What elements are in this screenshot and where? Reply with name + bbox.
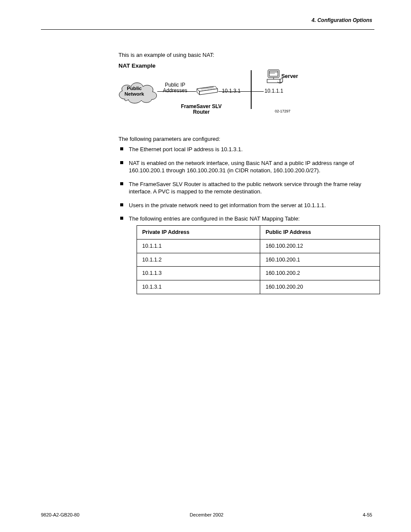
list-item-text: The following entries are configured in … — [129, 215, 300, 222]
table-row: 10.1.1.1 160.100.200.12 — [137, 239, 380, 253]
table-cell: 160.100.200.1 — [260, 253, 380, 267]
list-item: Users in the private network need to get… — [120, 202, 370, 215]
svg-rect-6 — [269, 71, 278, 76]
table-row: 10.1.3.1 160.100.200.20 — [137, 280, 380, 294]
intro-text: This is an example of using basic NAT: — [118, 52, 370, 58]
public-ip-line2: Addresses — [163, 87, 187, 93]
cloud-label: Public Network — [125, 86, 144, 96]
table-header: Private IP Address — [137, 225, 260, 239]
bullet-list: The Ethernet port local IP address is 10… — [118, 146, 370, 300]
table-row: 10.1.1.3 160.100.200.2 — [137, 267, 380, 280]
running-header-right: 4. Configuration Options — [311, 17, 372, 23]
after-diagram-text: The following parameters are configured: — [118, 136, 370, 142]
table-cell: 10.1.1.2 — [137, 253, 260, 267]
table-header: Public IP Address — [260, 225, 380, 239]
footer-center: December 2002 — [41, 512, 372, 517]
list-item-text: Users in the private network need to get… — [129, 202, 326, 208]
table-cell: 10.1.3.1 — [137, 280, 260, 294]
list-item-text: NAT is enabled on the network interface,… — [129, 160, 354, 174]
cloud-label-line2: Network — [125, 91, 144, 96]
list-item: The following entries are configured in … — [120, 215, 370, 300]
link-lan-server — [252, 91, 264, 92]
public-ip-label: Public IP Addresses — [163, 82, 187, 93]
page-footer: 9820-A2-GB20-80 December 2002 4-55 — [41, 512, 372, 517]
table-header-row: Private IP Address Public IP Address — [137, 225, 380, 239]
router-icon — [196, 86, 218, 96]
nat-mapping-table: Private IP Address Public IP Address 10.… — [137, 225, 380, 294]
header-rule — [41, 29, 374, 30]
table-cell: 10.1.1.3 — [137, 267, 260, 280]
list-item: NAT is enabled on the network interface,… — [120, 159, 370, 180]
list-item-text: The FrameSaver SLV Router is attached to… — [129, 181, 361, 195]
router-label: FrameSaver SLV Router — [181, 104, 222, 115]
diagram-title: NAT Example — [118, 62, 308, 69]
nat-diagram: NAT Example Public Network Public IP Add… — [118, 62, 308, 127]
public-ip-line1: Public IP — [165, 82, 185, 88]
list-item-text: The Ethernet port local IP address is 10… — [129, 146, 243, 152]
table-row: 10.1.1.2 160.100.200.1 — [137, 253, 380, 267]
server-ip-label: 10.1.1.1 — [265, 88, 283, 94]
ethernet-ip-label: 10.1.3.1 — [222, 88, 240, 94]
router-label-line2: Router — [193, 109, 210, 115]
list-item: The Ethernet port local IP address is 10… — [120, 146, 370, 159]
figure-id: 02-17297 — [275, 109, 290, 113]
list-item: The FrameSaver SLV Router is attached to… — [120, 180, 370, 202]
router-label-line1: FrameSaver SLV — [181, 103, 222, 109]
server-label: Server — [281, 73, 298, 79]
table-cell: 160.100.200.2 — [260, 267, 380, 280]
table-cell: 160.100.200.20 — [260, 280, 380, 294]
table-cell: 160.100.200.12 — [260, 239, 380, 253]
content-column: This is an example of using basic NAT: N… — [118, 52, 370, 305]
table-cell: 10.1.1.1 — [137, 239, 260, 253]
lan-bus — [251, 70, 252, 109]
cloud-label-line1: Public — [127, 86, 142, 91]
